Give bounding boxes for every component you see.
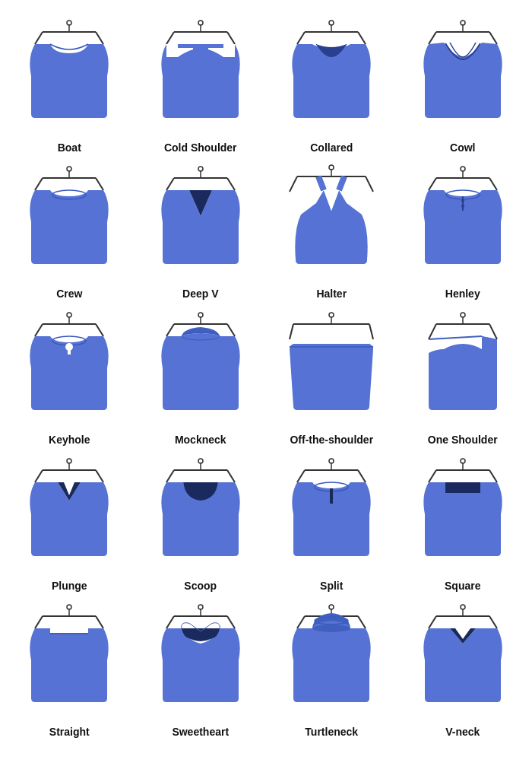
item-crew: Crew [8, 161, 131, 300]
svg-line-38 [290, 176, 297, 192]
svg-line-9 [227, 32, 235, 44]
item-henley: Henley [401, 161, 525, 300]
crew-label: Crew [56, 288, 82, 300]
svg-rect-56 [68, 347, 71, 354]
item-deep-v: Deep V [139, 161, 263, 300]
square-label: Square [445, 580, 480, 592]
item-off-shoulder: Off-the-shoulder [270, 307, 394, 446]
scoop-label: Scoop [184, 580, 217, 592]
plunge-illustration [20, 453, 119, 575]
svg-line-108 [227, 616, 235, 628]
deep-v-illustration [151, 161, 250, 283]
split-illustration [282, 453, 381, 575]
cowl-label: Cowl [450, 141, 475, 154]
svg-line-23 [489, 32, 497, 44]
collared-label: Collared [310, 141, 353, 154]
svg-line-22 [429, 32, 436, 44]
svg-line-95 [429, 470, 436, 482]
svg-line-84 [227, 470, 235, 482]
item-straight: Straight [8, 599, 131, 738]
boat-label: Boat [58, 141, 81, 154]
item-scoop: Scoop [139, 453, 263, 592]
svg-line-89 [358, 470, 366, 482]
deep-v-label: Deep V [182, 288, 218, 300]
sweetheart-label: Sweetheart [172, 726, 229, 738]
svg-line-60 [166, 324, 174, 336]
item-cowl: Cowl [401, 15, 525, 154]
item-boat: Boat [8, 15, 131, 154]
svg-line-61 [227, 324, 235, 336]
henley-illustration [413, 161, 512, 283]
neckline-grid: Boat Cold Shoulder [0, 0, 532, 753]
item-plunge: Plunge [8, 453, 131, 592]
item-halter: Halter [270, 161, 394, 300]
item-mockneck: Mockneck [139, 307, 263, 446]
mockneck-illustration [151, 307, 250, 429]
svg-line-73 [489, 324, 497, 339]
svg-line-83 [166, 470, 174, 482]
svg-line-79 [96, 470, 103, 482]
svg-line-112 [297, 616, 305, 628]
svg-line-4 [96, 32, 103, 44]
svg-line-39 [366, 176, 373, 192]
svg-line-52 [35, 324, 43, 336]
turtleneck-illustration [282, 599, 381, 721]
scoop-illustration [151, 453, 250, 575]
item-turtleneck: Turtleneck [270, 599, 394, 738]
henley-label: Henley [445, 288, 480, 300]
crew-illustration [20, 161, 119, 283]
svg-line-44 [489, 178, 497, 190]
collared-illustration [282, 15, 381, 137]
svg-rect-91 [330, 488, 333, 504]
mockneck-label: Mockneck [175, 434, 226, 446]
v-neck-label: V-neck [445, 726, 480, 738]
svg-rect-97 [445, 482, 480, 493]
item-collared: Collared [270, 15, 394, 154]
keyhole-label: Keyhole [49, 434, 90, 446]
svg-point-47 [461, 199, 464, 202]
turtleneck-label: Turtleneck [305, 726, 358, 738]
svg-line-3 [35, 32, 43, 44]
item-v-neck: V-neck [401, 599, 525, 738]
svg-line-27 [35, 178, 43, 190]
halter-label: Halter [316, 288, 347, 300]
off-shoulder-label: Off-the-shoulder [290, 434, 373, 446]
svg-line-113 [358, 616, 366, 628]
svg-line-107 [166, 616, 174, 628]
straight-label: Straight [49, 726, 90, 738]
item-one-shoulder: One Shoulder [401, 307, 525, 446]
svg-line-102 [96, 616, 103, 628]
svg-line-17 [297, 32, 305, 44]
item-cold-shoulder: Cold Shoulder [139, 15, 263, 154]
svg-point-114 [312, 625, 350, 632]
cold-shoulder-label: Cold Shoulder [164, 141, 237, 154]
halter-illustration [282, 161, 381, 283]
sweetheart-illustration [151, 599, 250, 721]
straight-illustration [20, 599, 119, 721]
svg-line-28 [96, 178, 103, 190]
svg-rect-10 [166, 44, 178, 57]
svg-line-88 [297, 470, 305, 482]
svg-line-119 [429, 616, 436, 628]
svg-line-66 [290, 324, 293, 339]
svg-line-78 [35, 470, 43, 482]
svg-line-53 [96, 324, 103, 336]
svg-line-43 [429, 178, 436, 190]
svg-rect-13 [208, 44, 223, 48]
svg-point-48 [461, 205, 464, 208]
svg-line-101 [35, 616, 43, 628]
svg-line-18 [358, 32, 366, 44]
svg-rect-11 [223, 44, 235, 57]
svg-line-96 [489, 470, 497, 482]
off-shoulder-illustration [282, 307, 381, 429]
one-shoulder-illustration [413, 307, 512, 429]
one-shoulder-label: One Shoulder [428, 434, 498, 446]
item-keyhole: Keyhole [8, 307, 131, 446]
plunge-label: Plunge [52, 580, 87, 592]
svg-line-34 [227, 178, 235, 190]
cold-shoulder-illustration [151, 15, 250, 137]
cowl-illustration [413, 15, 512, 137]
item-square: Square [401, 453, 525, 592]
square-illustration [413, 453, 512, 575]
svg-line-33 [166, 178, 174, 190]
